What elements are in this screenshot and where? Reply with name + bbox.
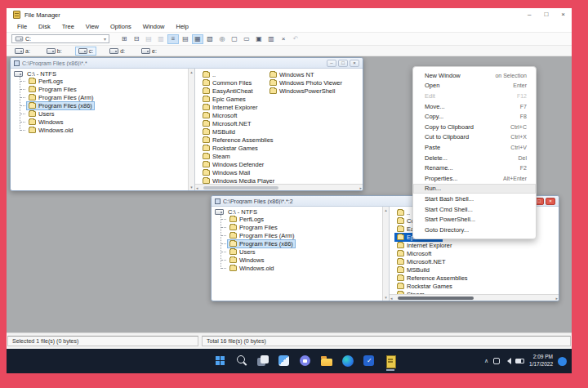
context-menu-item[interactable]: Properties... Alt+Enter (413, 173, 536, 184)
tree-item[interactable]: Program Files (Arm) (212, 231, 389, 239)
toolbar-button-delete[interactable]: × (278, 34, 289, 44)
tree-item[interactable]: Windows (212, 256, 389, 264)
tree-item[interactable]: Program Files (11, 85, 194, 93)
file-item[interactable]: Internet Explorer (394, 241, 470, 249)
tray-icon-touch[interactable] (493, 358, 500, 364)
context-menu-item[interactable]: Start PowerShell... (413, 214, 536, 225)
taskbar-icon-start[interactable] (211, 351, 230, 371)
tray-icon-battery[interactable] (515, 359, 524, 363)
hidden-icons-chevron[interactable]: ∧ (484, 358, 488, 364)
file-item[interactable]: Common Files (200, 78, 277, 87)
taskbar-icon-widgets[interactable] (274, 351, 294, 371)
maximize-button[interactable]: □ (544, 11, 548, 18)
scroll-right-icon[interactable]: ▸ (555, 296, 558, 301)
file-item[interactable]: Windows Defender (200, 160, 277, 168)
file-item[interactable]: Windows Mail (200, 168, 277, 176)
close-button[interactable]: × (561, 11, 565, 18)
file-item[interactable]: Reference Assemblies (200, 136, 277, 144)
toolbar-button-connect-net-drive[interactable]: ⊞ (118, 34, 130, 44)
file-item[interactable]: Microsoft.NET (200, 119, 277, 127)
tree-item[interactable]: Program Files (212, 223, 389, 231)
menu-item[interactable]: Window (137, 23, 171, 30)
toolbar-button-search[interactable]: ◎ (216, 34, 228, 44)
menu-item[interactable]: File (11, 23, 33, 30)
scroll-up-icon[interactable]: ▴ (190, 69, 193, 74)
context-menu-item[interactable]: Open Enter (413, 81, 536, 91)
scroll-down-icon[interactable]: ▾ (385, 295, 387, 300)
drive-item[interactable]: a: (11, 47, 33, 56)
taskbar-icon-todo[interactable] (359, 351, 379, 371)
toolbar-button-view-all-details[interactable]: ▤ (180, 34, 191, 44)
maximize-button[interactable]: □ (338, 60, 348, 67)
taskbar-icon-search[interactable] (232, 351, 252, 371)
context-menu-item[interactable]: New Window on Selection (413, 70, 536, 81)
scroll-right-icon[interactable]: ▸ (359, 185, 362, 190)
context-menu-item[interactable]: Copy... F8 (413, 111, 536, 122)
context-menu-item[interactable]: Cut to Clipboard Ctrl+X (413, 132, 536, 143)
notification-badge[interactable] (558, 357, 567, 366)
file-item[interactable]: EasyAntiCheat (200, 87, 277, 95)
drive-item[interactable]: c: (75, 47, 96, 56)
file-item[interactable]: Microsoft (394, 249, 470, 257)
drive-item[interactable]: b: (43, 47, 65, 56)
file-item[interactable]: MSBuild (200, 127, 277, 136)
titlebar[interactable]: File Manager – □ × (7, 8, 572, 21)
menu-item[interactable]: Options (105, 23, 137, 30)
tree-root[interactable]: C:\ - NTFS (212, 207, 389, 215)
tree-item[interactable]: Windows.old (212, 264, 389, 272)
toolbar-button-paste[interactable]: ▥ (265, 34, 277, 44)
close-button[interactable]: × (350, 60, 359, 67)
menu-item[interactable]: View (80, 23, 105, 30)
toolbar-button-view-name-only[interactable]: ≡ (167, 34, 179, 44)
tree-item[interactable]: Program Files (Arm) (11, 93, 194, 101)
context-menu-item[interactable]: Run... (413, 184, 536, 194)
horizontal-scrollbar[interactable]: ◂▸ (195, 184, 363, 190)
file-item[interactable]: Steam (200, 152, 277, 160)
file-item[interactable]: Internet Explorer (200, 103, 277, 111)
vertical-scrollbar[interactable]: ▴▾ (382, 207, 389, 301)
scrollbar-thumb[interactable] (203, 186, 278, 190)
context-menu-item[interactable]: Edit F12 (413, 91, 536, 101)
file-item[interactable]: Epic Games (200, 95, 277, 103)
tree-item[interactable]: Program Files (x86) (212, 239, 389, 248)
file-item[interactable]: Windows NT (267, 70, 345, 78)
menu-item[interactable]: Disk (33, 23, 56, 30)
file-item[interactable]: Windows Photo Viewer (267, 78, 345, 87)
toolbar-button-copy[interactable]: ▣ (253, 34, 265, 44)
directory-window-1-titlebar[interactable]: C:\Program Files (x86)\*.* – □ × (11, 58, 363, 69)
tree-item[interactable]: Program Files (x86) (11, 101, 194, 109)
minimize-button[interactable]: – (327, 60, 336, 67)
toolbar-button-disconnect-net-drive[interactable]: ⊟ (131, 34, 142, 44)
toolbar-button-view-sort[interactable]: ▧ (204, 34, 216, 44)
menu-item[interactable]: Help (171, 23, 194, 30)
scroll-down-icon[interactable]: ▾ (190, 185, 193, 190)
context-menu-item[interactable]: Delete... Del (413, 153, 536, 163)
tree-item[interactable]: PerfLogs (212, 215, 389, 223)
file-item[interactable]: Microsoft (200, 111, 277, 119)
tree-item[interactable]: Users (212, 248, 389, 256)
toolbar-button-new-window[interactable]: ▢ (229, 34, 240, 44)
file-item[interactable]: .. (200, 70, 277, 78)
file-item[interactable]: WindowsPowerShell (267, 87, 345, 95)
toolbar-button-view-partial-details[interactable]: ▦ (192, 34, 203, 44)
context-menu-item[interactable]: Copy to Clipboard Ctrl+C (413, 122, 536, 132)
scroll-left-icon[interactable]: ◂ (196, 185, 198, 190)
context-menu-item[interactable]: Move... F7 (413, 101, 536, 112)
taskbar-icon-chat[interactable] (296, 351, 315, 371)
context-menu-item[interactable]: Rename... F2 (413, 163, 536, 173)
file-item[interactable]: Microsoft.NET (394, 257, 470, 265)
context-menu-item[interactable]: Paste Ctrl+V (413, 142, 536, 153)
file-item[interactable]: Rockstar Games (200, 144, 277, 152)
vertical-scrollbar[interactable]: ▴▾ (188, 69, 194, 190)
drive-item[interactable]: d: (106, 47, 128, 56)
tree-item[interactable]: Users (11, 109, 194, 118)
toolbar-button-share[interactable]: ▭ (241, 34, 252, 44)
context-menu-item[interactable]: Start Bash Shell... (413, 194, 536, 204)
taskbar-icon-explorer[interactable] (317, 351, 336, 371)
tree-item[interactable]: PerfLogs (11, 77, 194, 85)
toolbar-button-undo[interactable]: ↶ (290, 34, 301, 44)
file-item[interactable]: MSBuild (394, 265, 470, 274)
taskbar-icon-edge[interactable] (338, 351, 358, 371)
toolbar-button-share-folder[interactable]: ▤ (143, 34, 154, 44)
scroll-up-icon[interactable]: ▴ (385, 207, 387, 212)
